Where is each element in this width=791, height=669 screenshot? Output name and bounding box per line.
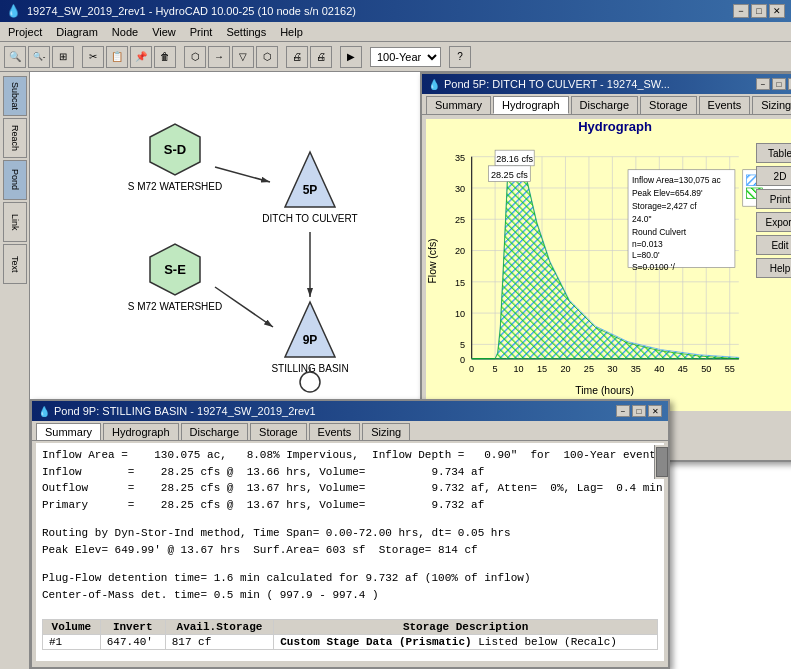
tool-link[interactable]: Link — [3, 202, 27, 242]
left-panel: Subcat Reach Pond Link Text — [0, 72, 30, 669]
svg-text:S-E: S-E — [164, 262, 186, 277]
toolbar-link[interactable]: ⬡ — [256, 46, 278, 68]
toolbar-reach[interactable]: → — [208, 46, 230, 68]
toolbar-subcatch[interactable]: ⬡ — [184, 46, 206, 68]
toolbar-fit[interactable]: ⊞ — [52, 46, 74, 68]
toolbar-run[interactable]: ▶ — [340, 46, 362, 68]
bottom-panel: 💧 Pond 9P: STILLING BASIN - 19274_SW_201… — [30, 399, 670, 669]
svg-text:50: 50 — [701, 364, 711, 374]
popup-tab-summary[interactable]: Summary — [426, 96, 491, 114]
menu-view[interactable]: View — [148, 25, 180, 39]
toolbar-print[interactable]: 🖨 — [286, 46, 308, 68]
popup-2d-button[interactable]: 2D — [756, 166, 791, 186]
svg-text:Inflow Area=130,075 ac: Inflow Area=130,075 ac — [632, 175, 722, 185]
bottom-tab-storage[interactable]: Storage — [250, 423, 307, 440]
svg-text:10: 10 — [455, 309, 465, 319]
svg-text:Storage=2,427 cf: Storage=2,427 cf — [632, 201, 697, 211]
menu-help[interactable]: Help — [276, 25, 307, 39]
svg-text:S-D: S-D — [164, 142, 186, 157]
chart-title: Hydrograph — [426, 119, 791, 134]
toolbar-help[interactable]: ? — [449, 46, 471, 68]
svg-text:Peak Elev=654.89': Peak Elev=654.89' — [632, 188, 703, 198]
content-line-6: Peak Elev= 649.99' @ 13.67 hrs Surf.Area… — [42, 542, 658, 559]
toolbar-print2[interactable]: 🖨 — [310, 46, 332, 68]
svg-text:5: 5 — [493, 364, 498, 374]
svg-text:20: 20 — [455, 246, 465, 256]
close-button[interactable]: ✕ — [769, 4, 785, 18]
toolbar-pond[interactable]: ▽ — [232, 46, 254, 68]
col-avail-storage: Avail.Storage — [165, 620, 273, 635]
svg-text:L=80.0': L=80.0' — [632, 250, 660, 260]
svg-marker-13 — [285, 302, 335, 357]
bottom-tab-sizing[interactable]: Sizing — [362, 423, 410, 440]
svg-text:15: 15 — [537, 364, 547, 374]
bottom-maximize[interactable]: □ — [632, 405, 646, 417]
svg-text:35: 35 — [631, 364, 641, 374]
col-storage-desc: Storage Description — [274, 620, 658, 635]
svg-text:55: 55 — [725, 364, 735, 374]
scrollbar-thumb[interactable] — [656, 447, 668, 477]
popup-maximize[interactable]: □ — [772, 78, 786, 90]
menu-node[interactable]: Node — [108, 25, 142, 39]
bottom-title-bar: 💧 Pond 9P: STILLING BASIN - 19274_SW_201… — [32, 401, 668, 421]
popup-tab-discharge[interactable]: Discharge — [571, 96, 639, 114]
scrollbar[interactable] — [654, 445, 668, 479]
toolbar-copy[interactable]: 📋 — [106, 46, 128, 68]
tool-text[interactable]: Text — [3, 244, 27, 284]
table-row: #1 647.40' 817 cf Custom Stage Data (Pri… — [43, 635, 658, 650]
svg-text:40: 40 — [654, 364, 664, 374]
bottom-tabs: Summary Hydrograph Discharge Storage Eve… — [32, 421, 668, 441]
popup-help-button[interactable]: Help — [756, 258, 791, 278]
svg-text:20: 20 — [560, 364, 570, 374]
main-area: Subcat Reach Pond Link Text S-D S M72 WA… — [0, 72, 791, 669]
content-line-1: Inflow Area = 130.075 ac, 8.08% Impervio… — [42, 447, 658, 464]
bottom-minimize[interactable]: − — [616, 405, 630, 417]
tool-subcat[interactable]: Subcat — [3, 76, 27, 116]
popup-tab-storage[interactable]: Storage — [640, 96, 697, 114]
popup-tab-sizing[interactable]: Sizing — [752, 96, 791, 114]
svg-line-2 — [215, 287, 273, 327]
app-icon: 💧 — [6, 4, 21, 18]
svg-text:10: 10 — [513, 364, 523, 374]
svg-text:S M72 WATERSHED: S M72 WATERSHED — [128, 181, 222, 192]
toolbar-cut[interactable]: ✂ — [82, 46, 104, 68]
toolbar-zoom-out[interactable]: 🔍- — [28, 46, 50, 68]
bottom-tab-events[interactable]: Events — [309, 423, 361, 440]
popup-title: Pond 5P: DITCH TO CULVERT - 19274_SW... — [444, 78, 670, 90]
popup-icon: 💧 — [428, 79, 440, 90]
svg-text:S M72 WATERSHED: S M72 WATERSHED — [128, 301, 222, 312]
bottom-close[interactable]: ✕ — [648, 405, 662, 417]
menu-print[interactable]: Print — [186, 25, 217, 39]
storm-select[interactable]: 100-Year — [370, 47, 441, 67]
toolbar-zoom-in[interactable]: 🔍 — [4, 46, 26, 68]
bottom-tab-summary[interactable]: Summary — [36, 423, 101, 440]
cell-invert: 647.40' — [100, 635, 165, 650]
content-line-7: Plug-Flow detention time= 1.6 min calcul… — [42, 570, 658, 587]
tool-reach[interactable]: Reach — [3, 118, 27, 158]
popup-tab-events[interactable]: Events — [699, 96, 751, 114]
popup-minimize[interactable]: − — [756, 78, 770, 90]
popup-right-buttons: Table 2D Print Export Edit Help — [756, 143, 791, 278]
maximize-button[interactable]: □ — [751, 4, 767, 18]
menu-project[interactable]: Project — [4, 25, 46, 39]
chart-svg: 28.16 cfs 28.25 cfs 0 5 10 15 20 25 30 3… — [426, 138, 791, 410]
bottom-tab-discharge[interactable]: Discharge — [181, 423, 249, 440]
svg-text:DITCH TO CULVERT: DITCH TO CULVERT — [262, 213, 357, 224]
bottom-tab-hydrograph[interactable]: Hydrograph — [103, 423, 178, 440]
minimize-button[interactable]: − — [733, 4, 749, 18]
popup-tab-hydrograph[interactable]: Hydrograph — [493, 96, 568, 114]
popup-print-button[interactable]: Print — [756, 189, 791, 209]
menu-settings[interactable]: Settings — [222, 25, 270, 39]
tool-pond[interactable]: Pond — [3, 160, 27, 200]
toolbar-paste[interactable]: 📌 — [130, 46, 152, 68]
diagram-area[interactable]: S-D S M72 WATERSHED S-E S M72 WATERSHED … — [30, 72, 791, 669]
popup-edit-button[interactable]: Edit — [756, 235, 791, 255]
app-title: 19274_SW_2019_2rev1 - HydroCAD 10.00-25 … — [27, 5, 356, 17]
toolbar-delete[interactable]: 🗑 — [154, 46, 176, 68]
menu-diagram[interactable]: Diagram — [52, 25, 102, 39]
svg-text:S=0.0100 '/: S=0.0100 '/ — [632, 262, 675, 272]
popup-export-button[interactable]: Export — [756, 212, 791, 232]
popup-table-button[interactable]: Table — [756, 143, 791, 163]
content-line-5: Routing by Dyn-Stor-Ind method, Time Spa… — [42, 525, 658, 542]
cell-volume-num: #1 — [43, 635, 101, 650]
